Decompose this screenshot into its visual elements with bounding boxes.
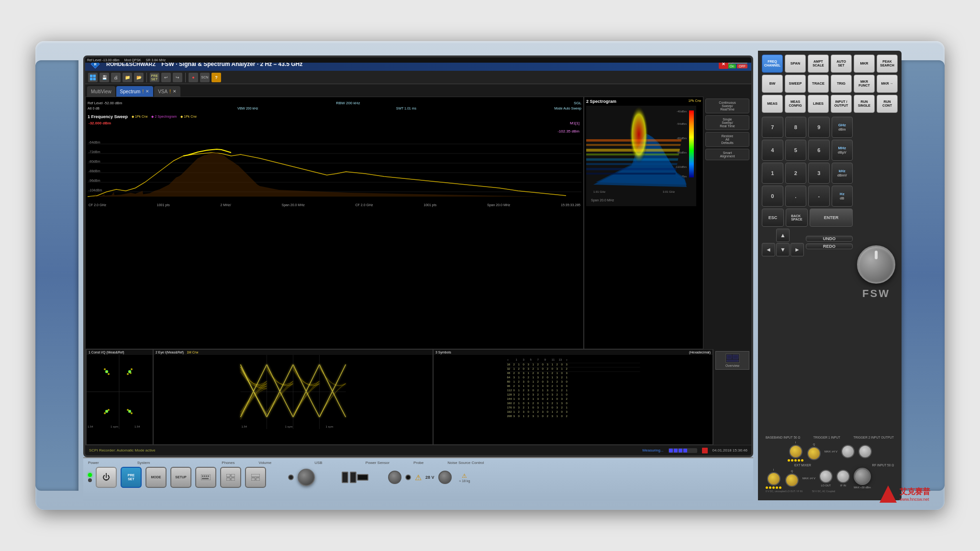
svg-text:1: 1 [533,380,535,383]
tab-vsa[interactable]: VSA ! ✕ [154,86,180,97]
freq-channel-btn[interactable]: FREQ CHANNEL [762,55,783,73]
volume-knob[interactable] [298,469,315,486]
warning-icon: ⚠ [415,473,422,482]
key-5[interactable]: 5 [785,140,807,161]
restore-btn[interactable]: RestoreAllDefaults [705,132,749,147]
seq-on[interactable]: On [728,64,736,68]
undo-btn[interactable]: UNDO [806,236,853,242]
windows-icon[interactable] [88,73,98,82]
svg-text:2: 2 [533,372,535,375]
svg-text:1: 1 [513,367,515,370]
auto-set-btn[interactable]: AUTO SET [831,55,852,73]
keyboard-button[interactable] [195,467,216,488]
key-dot[interactable]: . [785,186,807,207]
undo-icon[interactable]: ↩ [161,73,171,82]
run-single-btn[interactable]: RUN SINGLE [854,95,875,113]
ampt-scale-btn[interactable]: AMPT SCALE [808,55,829,73]
key-2[interactable]: 2 [785,163,807,184]
print-icon[interactable]: 🖨 [111,73,121,82]
usb-port-2[interactable] [350,472,356,483]
sweep-btn[interactable]: SWEEP [785,75,806,93]
display2-button[interactable] [245,467,266,488]
logo-cn: 艾克赛普 [900,487,930,497]
trig-btn[interactable]: TRIG [831,75,852,93]
mode-button[interactable]: MODE [145,467,167,488]
svg-text:1: 1 [513,397,515,400]
separator [146,73,147,82]
svg-text:2: 2 [547,397,549,400]
svg-point-46 [131,368,133,370]
overview-btn[interactable]: Overview [715,351,749,370]
max-v1-label: MAX ±4 V [824,450,837,453]
backspace-btn[interactable]: BACKSPACE [786,209,808,227]
preset-icon[interactable]: PRESET [150,73,159,82]
tab-multiview[interactable]: MultiView [87,86,115,97]
svg-rect-256 [727,360,738,362]
key-hz[interactable]: HzdB [832,186,853,207]
setup-button[interactable]: SETUP [170,467,191,488]
rec-icon[interactable]: ● [189,73,198,82]
svg-text:0: 0 [547,410,549,413]
redo-btn[interactable]: REDO [806,243,853,249]
single-sweep-btn[interactable]: SingleSweep/Real Time [705,115,749,130]
open-icon[interactable]: 📂 [134,73,144,82]
key-4[interactable]: 4 [762,140,783,161]
btn-row-1: FREQ CHANNEL SPAN AMPT SCALE AUTO SET MK… [762,55,898,73]
screen-inner: R ROHDE&SCHWARZ FSW · Signal & Spectrum … [85,57,751,455]
svg-text:2: 2 [542,376,544,379]
key-3[interactable]: 3 [808,163,830,184]
key-1[interactable]: 1 [762,163,783,184]
esc-btn[interactable]: ESC [762,209,784,227]
eye-diagram-panel: 2 Eye I(Meas&Ref) 1M Crw [153,349,433,445]
mkr-btn[interactable]: MKR [854,55,875,73]
key-0[interactable]: 0 [762,186,783,207]
svg-text:2: 2 [518,393,520,396]
timestamp-label: 15:35:33.285 [561,203,580,207]
trace-btn[interactable]: TRACE [808,75,829,93]
svg-text:2: 2 [566,367,568,370]
help-icon[interactable]: ? [212,73,221,82]
run-cont-btn[interactable]: RUN CONT [877,95,898,113]
arrow-up-btn[interactable]: ▲ [776,229,790,242]
span-btn[interactable]: SPAN [785,55,806,73]
seq-off[interactable]: OFF [737,64,747,68]
redo-icon[interactable]: ↪ [173,73,182,82]
input-output-btn[interactable]: INPUT / OUTPUT [831,95,852,113]
key-7[interactable]: 7 [762,117,783,138]
key-mhz[interactable]: MHzdBµV [832,140,853,161]
meas-config-btn[interactable]: MEAS CONFIG [785,95,806,113]
rotary-knob[interactable] [857,245,895,284]
save-icon[interactable]: 💾 [100,73,109,82]
lines-btn[interactable]: LINES [808,95,829,113]
peak-search-btn[interactable]: PEAK SEARCH [877,55,898,73]
continuous-sweep-btn[interactable]: ContinuousSweep/RealTime [705,99,749,113]
smart-align-btn[interactable]: SmartAlignment [705,149,749,160]
key-khz[interactable]: kHzdBmV [832,163,853,184]
svg-text:3: 3 [533,393,535,396]
meas-btn[interactable]: MEAS [762,95,783,113]
key-6[interactable]: 6 [808,140,830,161]
tab-spectrum[interactable]: Spectrum ! ✕ [116,86,154,97]
folder-icon[interactable]: 📁 [122,73,132,82]
svg-text:3: 3 [557,406,558,409]
mkr-funct-btn[interactable]: MKR FUNCT [854,75,875,93]
probe-connector [405,474,411,480]
mkr-arrow-btn[interactable]: MKR → [877,75,898,93]
key-ghz[interactable]: GHzdBm [832,117,853,138]
key-8[interactable]: 8 [785,117,807,138]
pre-set-button[interactable]: PRESET [121,467,142,488]
key-minus[interactable]: - [808,186,830,207]
svg-text:3: 3 [561,402,563,405]
arrow-down-btn[interactable]: ▼ [776,243,790,256]
key-9[interactable]: 9 [808,117,830,138]
bw-btn[interactable]: BW [762,75,783,93]
usb-port-1[interactable] [342,472,348,483]
svg-text:2: 2 [557,393,558,396]
display-button[interactable] [220,467,241,488]
arrow-right-btn[interactable]: ► [791,243,804,256]
power-button[interactable]: ⏻ [96,467,117,488]
usb-port-3[interactable] [357,474,368,481]
scpi-icon[interactable]: SCN [200,73,210,82]
arrow-left-btn[interactable]: ◄ [762,243,775,256]
enter-btn[interactable]: ENTER [810,209,853,227]
